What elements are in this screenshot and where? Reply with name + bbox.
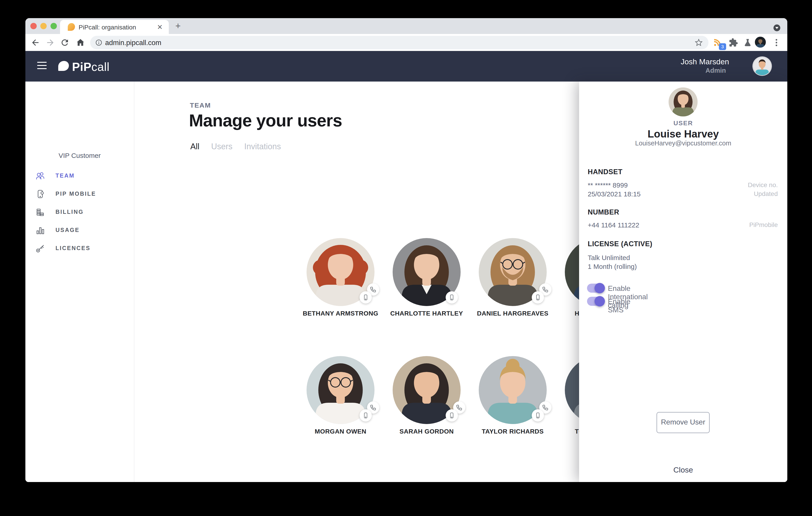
mobile-badge-icon bbox=[446, 291, 458, 304]
url-text[interactable]: admin.pipcall.com bbox=[105, 39, 161, 47]
sidebar: VIP Customer TEAM PIP MOBILE BILLING USA… bbox=[25, 82, 134, 482]
sidebar-item-licences[interactable]: LICENCES bbox=[25, 239, 134, 257]
nav-user-name: Josh Marsden bbox=[616, 57, 729, 66]
key-icon bbox=[35, 243, 46, 254]
user-card-taylor-richards[interactable]: TAYLOR RICHARDS bbox=[470, 356, 556, 454]
mobile-badge-icon bbox=[359, 291, 372, 304]
site-info-icon[interactable] bbox=[95, 39, 103, 46]
user-card-bethany-armstrong[interactable]: BETHANY ARMSTRONG bbox=[297, 238, 383, 335]
page-content: VIP Customer TEAM PIP MOBILE BILLING USA… bbox=[25, 82, 787, 482]
bookmark-star-icon[interactable] bbox=[695, 39, 702, 47]
detail-value: 25/03/2021 18:15 bbox=[588, 190, 641, 198]
extension-badge: 3 bbox=[719, 43, 726, 50]
minimize-window-button[interactable] bbox=[40, 23, 47, 29]
rss-extension-icon[interactable]: 3 bbox=[713, 38, 722, 47]
browser-window: PiPcall: organisation ✕ + bbox=[25, 18, 787, 482]
toggle-switch[interactable] bbox=[587, 297, 604, 306]
detail-value: ** ****** 8999 bbox=[588, 181, 628, 189]
tab-close-icon[interactable]: ✕ bbox=[157, 23, 163, 31]
detail-note: Updated bbox=[754, 190, 778, 198]
pipcall-logo-icon bbox=[58, 61, 69, 71]
reload-icon[interactable] bbox=[60, 38, 69, 47]
sidebar-menu: TEAM PIP MOBILE BILLING USAGE LICENCES bbox=[25, 167, 134, 257]
pipcall-favicon bbox=[68, 23, 75, 31]
mobile-badge-icon bbox=[446, 409, 458, 422]
panel-section-header: HANDSET bbox=[588, 168, 622, 176]
panel-user-email: LouiseHarvey@vipcustomer.com bbox=[579, 140, 787, 147]
panel-user-name: Louise Harvey bbox=[579, 128, 787, 140]
menu-hamburger-icon[interactable] bbox=[37, 62, 47, 69]
toggle-thumb[interactable] bbox=[594, 283, 605, 293]
toggle-switch[interactable] bbox=[587, 283, 604, 293]
panel-eyebrow: USER bbox=[579, 120, 787, 127]
chart-icon bbox=[35, 225, 46, 236]
nav-user-avatar[interactable] bbox=[753, 57, 771, 75]
remove-user-button[interactable]: Remove User bbox=[657, 412, 709, 433]
user-card-morgan-owen[interactable]: MORGAN OWEN bbox=[297, 356, 383, 454]
mobile-badge-icon bbox=[359, 409, 372, 422]
sidebar-org-name: VIP Customer bbox=[25, 152, 134, 159]
sidebar-item-team[interactable]: TEAM bbox=[25, 167, 134, 185]
detail-note: Device no. bbox=[748, 181, 778, 189]
tab-search-icon[interactable] bbox=[774, 25, 780, 31]
detail-note: PiPmobile bbox=[749, 221, 778, 229]
panel-section-header: NUMBER bbox=[588, 208, 619, 216]
people-icon bbox=[35, 171, 46, 181]
fullscreen-window-button[interactable] bbox=[51, 23, 57, 29]
detail-value: Talk Unlimited bbox=[588, 254, 630, 262]
browser-menu-icon[interactable] bbox=[772, 38, 781, 47]
nav-user-role: Admin bbox=[705, 67, 726, 74]
new-tab-button[interactable]: + bbox=[175, 21, 180, 31]
flask-extension-icon[interactable] bbox=[743, 38, 752, 47]
detail-value: +44 1164 111222 bbox=[588, 221, 639, 229]
desktop-background: PiPcall: organisation ✕ + bbox=[0, 0, 812, 516]
extensions-puzzle-icon[interactable] bbox=[729, 38, 738, 47]
nav-user-info[interactable]: Josh Marsden AdminVIP Customer bbox=[616, 57, 729, 75]
close-window-button[interactable] bbox=[30, 23, 37, 29]
user-card-sarah-gordon[interactable]: SARAH GORDON bbox=[383, 356, 470, 454]
forward-icon[interactable] bbox=[46, 38, 55, 47]
home-icon[interactable] bbox=[76, 38, 85, 47]
browser-toolbar: admin.pipcall.com 3 bbox=[25, 34, 787, 51]
sidebar-item-pip-mobile[interactable]: PIP MOBILE bbox=[25, 185, 134, 203]
detail-value: 1 Month (rolling) bbox=[588, 263, 637, 270]
sidebar-item-billing[interactable]: BILLING bbox=[25, 203, 134, 221]
browser-profile-avatar[interactable] bbox=[755, 37, 766, 48]
coins-icon bbox=[35, 207, 46, 217]
pipcall-brand: PiPcall bbox=[72, 60, 110, 73]
sidebar-item-usage[interactable]: USAGE bbox=[25, 221, 134, 239]
back-icon[interactable] bbox=[31, 38, 40, 47]
panel-user-avatar bbox=[669, 87, 698, 116]
toggle-thumb[interactable] bbox=[594, 296, 605, 306]
close-panel-button[interactable]: Close bbox=[579, 465, 787, 474]
toggle-label: Enable SMS bbox=[608, 297, 631, 314]
user-card-charlotte-hartley[interactable]: CHARLOTTE HARTLEY bbox=[383, 238, 470, 335]
mobile-badge-icon bbox=[532, 409, 544, 422]
browser-tab[interactable]: PiPcall: organisation ✕ bbox=[60, 20, 169, 34]
app-navbar: PiPcall Josh Marsden AdminVIP Customer bbox=[25, 51, 787, 82]
phone-icon bbox=[35, 189, 46, 199]
user-card-daniel-hargreaves[interactable]: DANIEL HARGREAVES bbox=[470, 238, 556, 335]
tab-title: PiPcall: organisation bbox=[79, 24, 136, 31]
mobile-badge-icon bbox=[532, 291, 544, 304]
panel-section-header: LICENSE (ACTIVE) bbox=[588, 240, 652, 248]
address-bar[interactable]: admin.pipcall.com bbox=[90, 36, 708, 50]
user-detail-panel: USER Louise Harvey LouiseHarvey@vipcusto… bbox=[579, 82, 787, 482]
tab-strip: PiPcall: organisation ✕ + bbox=[25, 18, 787, 34]
